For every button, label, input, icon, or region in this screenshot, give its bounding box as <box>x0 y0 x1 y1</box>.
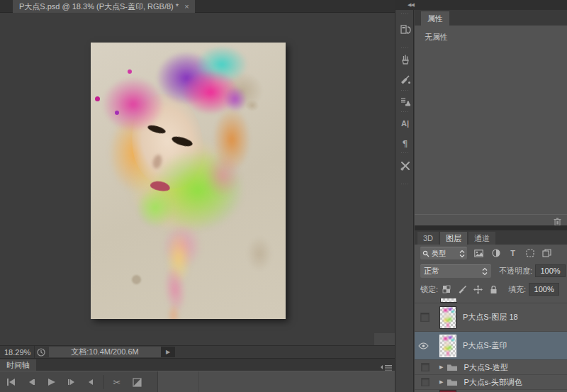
panel-group-divider <box>415 225 567 230</box>
artwork-paper-stain <box>132 275 141 284</box>
filter-type-layers-icon[interactable]: T <box>508 249 517 258</box>
document-tab[interactable]: P大点S.psd @ 18.3% (P大点S-盖印, RGB/8) * × <box>13 0 195 13</box>
layer-group-row[interactable]: ▶ P大点s-头部调色 <box>415 375 567 390</box>
expand-arrow-icon[interactable]: ▶ <box>439 364 443 370</box>
artwork-ink-dot <box>128 69 132 74</box>
layer-group-row[interactable]: ▶ P大点S-造型 <box>415 360 567 375</box>
scrollbar-corner <box>374 333 395 345</box>
layer-filter-row: 类型 T <box>415 245 567 262</box>
spinner-icon <box>482 267 488 276</box>
first-frame-button[interactable] <box>1 374 21 390</box>
filter-type-label: 类型 <box>432 249 446 259</box>
visibility-toggle[interactable] <box>417 342 430 349</box>
tab-timeline[interactable]: 时间轴 <box>0 359 36 371</box>
lock-all-icon[interactable] <box>488 284 498 294</box>
transition-button[interactable] <box>127 374 147 390</box>
play-button[interactable] <box>41 374 61 390</box>
document-size-indicator[interactable]: 文档:10.4M/200.6M <box>49 347 161 357</box>
visibility-toggle[interactable] <box>420 313 430 322</box>
expand-arrow-icon[interactable]: ▶ <box>439 379 443 385</box>
layer-row[interactable]: P大点S-图层 18 <box>415 303 567 332</box>
blend-mode-value: 正常 <box>424 266 439 276</box>
artwork-splash-purple <box>220 82 251 116</box>
panel-collapse-bar: ◀◀ <box>395 0 567 10</box>
drag-handle <box>400 13 410 15</box>
timeline-panel: ✂ <box>0 371 395 392</box>
layer-list: P大点S-图层 18 P大点S-盖印 ▶ P大点S-造型 <box>415 298 567 392</box>
fill-value-field[interactable]: 100% <box>529 283 559 296</box>
status-bar: 18.29% 文档:10.4M/200.6M ▶ <box>0 345 395 358</box>
next-frame-button[interactable] <box>61 374 81 390</box>
opacity-value-field[interactable]: 100% <box>535 264 566 277</box>
layer-filter-type-dropdown[interactable]: 类型 <box>420 247 467 259</box>
tab-channels[interactable]: 通道 <box>468 232 495 245</box>
panels-column: 属性 无属性 3D 图层 通道 类型 <box>415 10 567 392</box>
character-icon[interactable]: A| <box>395 116 415 130</box>
tab-3d[interactable]: 3D <box>417 232 439 245</box>
fill-label: 填充: <box>508 284 526 295</box>
audio-toggle-icon[interactable] <box>81 374 101 390</box>
no-properties-text: 无属性 <box>425 32 448 43</box>
layer-name: P大点S-图层 18 <box>463 312 518 323</box>
lock-label: 锁定: <box>420 284 438 295</box>
drag-handle <box>400 47 410 49</box>
artwork-ink-dot <box>115 111 119 115</box>
layer-row-selected[interactable]: P大点S-盖印 <box>415 332 567 360</box>
filter-adjustment-layers-icon[interactable] <box>491 249 500 258</box>
lock-position-move-icon[interactable] <box>473 284 483 294</box>
lock-icons <box>442 284 498 294</box>
collapse-panels-icon[interactable]: ◀◀ <box>408 2 414 8</box>
layer-thumbnail[interactable] <box>439 335 456 357</box>
artwork-paper-stain <box>242 230 276 277</box>
clone-source-icon[interactable] <box>395 95 415 109</box>
properties-footer <box>415 214 567 225</box>
lock-transparency-icon[interactable] <box>442 284 451 294</box>
properties-panel: 无属性 <box>415 26 567 214</box>
timeline-track-area[interactable] <box>157 371 395 392</box>
layer-group-name: P大点s-头部调色 <box>464 377 522 388</box>
properties-tabbar: 属性 <box>415 10 567 26</box>
paragraph-icon[interactable]: ¶ <box>395 136 415 150</box>
eye-icon <box>418 342 429 349</box>
artwork-splash-magenta <box>102 77 164 132</box>
lock-pixels-brush-icon[interactable] <box>457 284 467 294</box>
drag-handle <box>400 152 410 154</box>
document-canvas[interactable] <box>91 43 286 319</box>
folder-icon <box>447 378 458 386</box>
drag-handle <box>400 111 410 113</box>
pasteboard <box>0 13 395 345</box>
drag-handle <box>400 183 410 185</box>
document-tabbar: P大点S.psd @ 18.3% (P大点S-盖印, RGB/8) * × <box>0 0 395 13</box>
history-icon[interactable] <box>395 23 415 37</box>
visibility-toggle[interactable] <box>421 378 430 386</box>
layer-row-partial-top[interactable] <box>415 298 567 303</box>
filter-smart-objects-icon[interactable] <box>542 249 551 258</box>
filter-pixel-layers-icon[interactable] <box>474 249 483 258</box>
crossed-tools-icon[interactable] <box>395 159 415 173</box>
tab-layers[interactable]: 图层 <box>440 232 467 245</box>
previous-frame-button[interactable] <box>21 374 41 390</box>
zoom-level-field[interactable]: 18.29% <box>0 348 34 357</box>
timeline-tabbar: 时间轴 <box>0 358 395 371</box>
scissors-icon: ✂ <box>113 377 121 388</box>
brushes-icon[interactable] <box>395 52 415 67</box>
tab-properties[interactable]: 属性 <box>421 11 449 26</box>
blend-mode-row: 正常 不透明度: 100% <box>415 262 567 280</box>
split-clip-button[interactable]: ✂ <box>107 374 127 390</box>
visibility-toggle[interactable] <box>421 363 430 371</box>
blend-mode-dropdown[interactable]: 正常 <box>420 264 491 278</box>
document-tab-title: P大点S.psd @ 18.3% (P大点S-盖印, RGB/8) * <box>19 1 179 12</box>
status-menu-arrow-icon[interactable]: ▶ <box>161 347 175 357</box>
divider <box>198 371 199 392</box>
lock-row: 锁定: 填充: 100% <box>415 280 567 298</box>
photoshop-window: P大点S.psd @ 18.3% (P大点S-盖印, RGB/8) * × <box>0 0 567 392</box>
folder-icon <box>447 363 458 371</box>
panel-icon-strip: A| ¶ <box>395 10 414 392</box>
layer-thumbnail <box>440 298 457 303</box>
layer-group-name: P大点S-造型 <box>464 362 507 373</box>
close-icon[interactable]: × <box>184 3 189 11</box>
layer-thumbnail[interactable] <box>439 306 456 329</box>
filter-shape-layers-icon[interactable] <box>525 249 534 258</box>
mixer-brush-icon[interactable] <box>395 72 415 86</box>
opacity-label: 不透明度: <box>499 266 532 276</box>
